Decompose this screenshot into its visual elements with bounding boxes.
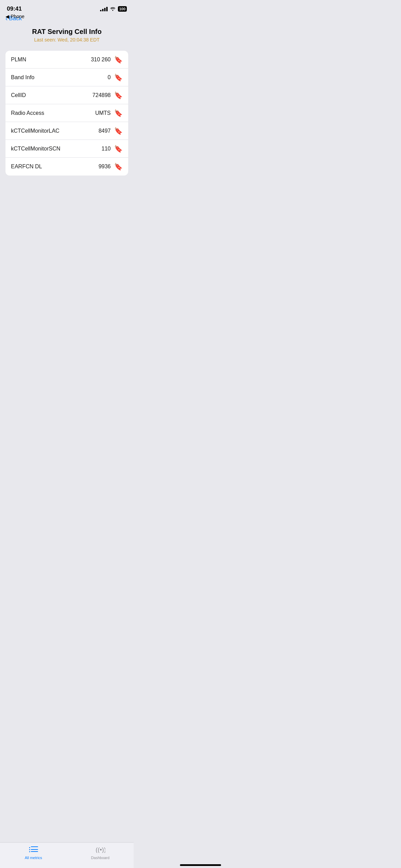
- status-icons: 100: [100, 6, 127, 12]
- row-value-plmn: 310 260: [91, 57, 111, 63]
- bookmark-icon-band-info[interactable]: 🔖: [114, 74, 123, 81]
- status-time: 09:41: [7, 5, 22, 12]
- row-right-cellid: 724898 🔖: [93, 92, 123, 99]
- table-row: Band Info 0 🔖: [5, 69, 128, 86]
- row-label-band-info: Band Info: [11, 74, 35, 81]
- row-label-earfcn: EARFCN DL: [11, 164, 42, 170]
- row-right-band-info: 0 🔖: [108, 74, 123, 81]
- row-value-kct-scn: 110: [101, 146, 111, 152]
- bookmark-icon-radio-access[interactable]: 🔖: [114, 110, 123, 117]
- bookmark-icon-plmn[interactable]: 🔖: [114, 56, 123, 63]
- row-value-cellid: 724898: [93, 92, 111, 98]
- battery-icon: 100: [118, 6, 127, 12]
- bookmark-icon-cellid[interactable]: 🔖: [114, 92, 123, 99]
- row-value-kct-lac: 8497: [98, 128, 111, 134]
- row-label-kct-scn: kCTCellMonitorSCN: [11, 146, 60, 152]
- bookmark-icon-kct-scn[interactable]: 🔖: [114, 145, 123, 152]
- table-row: kCTCellMonitorLAC 8497 🔖: [5, 122, 128, 140]
- table-row: kCTCellMonitorSCN 110 🔖: [5, 140, 128, 158]
- row-right-kct-scn: 110 🔖: [101, 145, 123, 152]
- bookmark-icon-earfcn[interactable]: 🔖: [114, 163, 123, 170]
- table-row: Radio Access UMTS 🔖: [5, 104, 128, 122]
- row-label-radio-access: Radio Access: [11, 110, 44, 116]
- row-right-kct-lac: 8497 🔖: [98, 128, 123, 134]
- phone-back-label: ◀ Phone: [5, 14, 24, 19]
- row-right-earfcn: 9936 🔖: [98, 163, 123, 170]
- row-value-earfcn: 9936: [98, 164, 111, 170]
- bookmark-icon-kct-lac[interactable]: 🔖: [114, 128, 123, 134]
- last-seen-subtitle: Last seen: Wed, 20:04:38 EDT: [27, 37, 106, 43]
- signal-icon: [100, 7, 108, 11]
- page-title: RAT Serving Cell Info: [27, 27, 106, 36]
- row-label-kct-lac: kCTCellMonitorLAC: [11, 128, 59, 134]
- table-row: PLMN 310 260 🔖: [5, 51, 128, 69]
- row-label-plmn: PLMN: [11, 57, 26, 63]
- wifi-icon: [110, 6, 116, 12]
- row-right-radio-access: UMTS 🔖: [95, 110, 123, 117]
- info-card: PLMN 310 260 🔖 Band Info 0 🔖 CellID 7248…: [5, 51, 128, 176]
- row-right-plmn: 310 260 🔖: [91, 56, 123, 63]
- row-label-cellid: CellID: [11, 92, 26, 98]
- status-bar: 09:41 100: [0, 0, 134, 15]
- row-value-radio-access: UMTS: [95, 110, 111, 116]
- page-header: RAT Serving Cell Info Last seen: Wed, 20…: [0, 25, 134, 48]
- row-value-band-info: 0: [108, 74, 111, 81]
- table-row: EARFCN DL 9936 🔖: [5, 158, 128, 176]
- table-row: CellID 724898 🔖: [5, 86, 128, 104]
